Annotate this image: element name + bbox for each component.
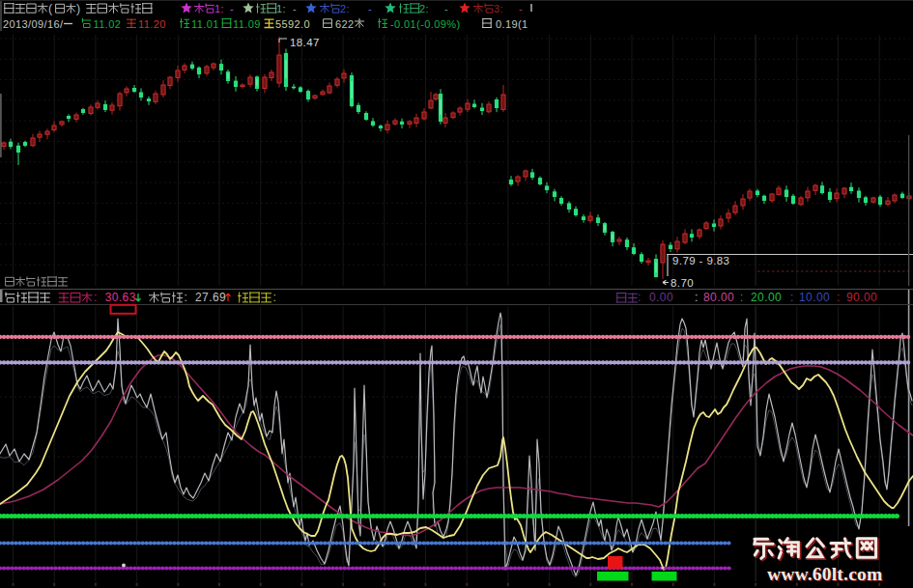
svg-text::: :: [740, 291, 744, 304]
svg-text:30.63: 30.63: [105, 291, 136, 304]
svg-text:11.20: 11.20: [138, 18, 166, 30]
svg-text:1:: 1:: [214, 3, 224, 14]
svg-text:-: -: [444, 3, 448, 14]
svg-text:9.79 - 9.83: 9.79 - 9.83: [672, 255, 729, 266]
svg-text::: :: [695, 291, 699, 304]
svg-text:1:: 1:: [276, 3, 286, 14]
svg-text:-0.01(-0.09%): -0.01(-0.09%): [390, 18, 460, 30]
svg-text:2013/09/16/: 2013/09/16/: [3, 18, 64, 30]
svg-text:2:: 2:: [340, 3, 350, 14]
svg-text:11.09: 11.09: [233, 18, 261, 30]
svg-text::: :: [94, 291, 98, 304]
svg-text:): ): [76, 2, 80, 15]
svg-text:18.47: 18.47: [290, 37, 320, 48]
svg-text:80.00: 80.00: [703, 291, 734, 304]
svg-text:90.00: 90.00: [846, 291, 877, 304]
svg-text:10.00: 10.00: [799, 291, 830, 304]
svg-text:27.69: 27.69: [195, 291, 226, 304]
svg-text:0.19(1: 0.19(1: [496, 18, 528, 30]
svg-text::: :: [790, 291, 794, 304]
svg-text:20.00: 20.00: [751, 291, 782, 304]
svg-text:-: -: [519, 3, 523, 14]
svg-text:0.00: 0.00: [649, 291, 673, 304]
svg-text::: :: [638, 291, 642, 304]
svg-text:8.70: 8.70: [670, 277, 694, 289]
svg-text:622: 622: [335, 18, 355, 30]
svg-text:2:: 2:: [419, 3, 429, 14]
svg-text::: :: [185, 291, 188, 304]
svg-text::: :: [273, 291, 277, 304]
svg-text:5592.0: 5592.0: [275, 18, 310, 30]
svg-text::: :: [837, 291, 841, 304]
svg-text:11.01: 11.01: [191, 18, 219, 30]
svg-text:-: -: [230, 3, 234, 14]
svg-text:3:: 3:: [494, 3, 503, 14]
svg-text:11.02: 11.02: [94, 18, 122, 30]
svg-text:www.60lt.com: www.60lt.com: [767, 564, 882, 584]
svg-text:-: -: [293, 3, 297, 14]
svg-text:-: -: [368, 3, 372, 14]
